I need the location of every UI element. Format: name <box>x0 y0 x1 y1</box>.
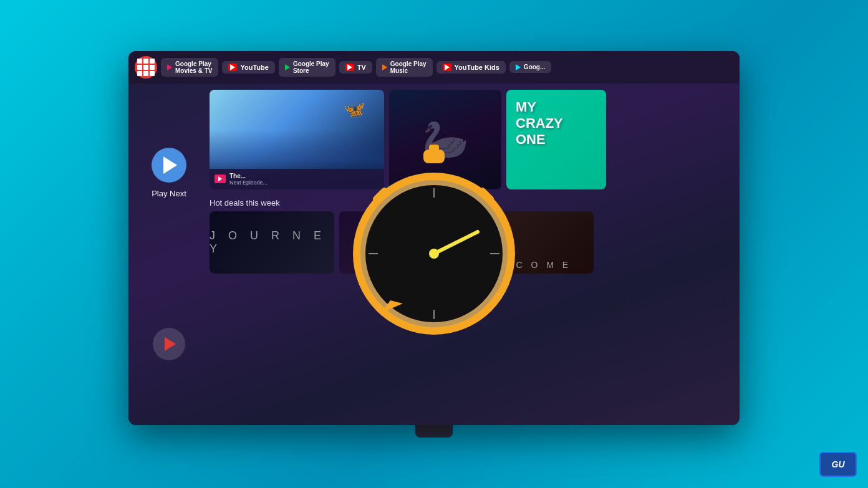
app-chip-youtube[interactable]: YouTube <box>222 61 274 74</box>
play-next-icon <box>163 156 177 174</box>
card-app-icon <box>215 175 226 183</box>
gp-music-label: Google PlayMusic <box>390 60 427 74</box>
gp-movies-icon <box>167 64 172 70</box>
tv-frame: Google PlayMovies & TV YouTube Google Pl… <box>128 51 740 425</box>
card-title: The... <box>229 173 268 179</box>
tv-container: Google PlayMovies & TV YouTube Google Pl… <box>128 51 740 438</box>
watermark-text: GU <box>832 459 845 469</box>
gp-movies-label: Google PlayMovies & TV <box>175 60 212 74</box>
watermark: GU <box>819 452 857 477</box>
play-next-button[interactable]: Play Next <box>152 148 186 198</box>
gp-store-icon <box>285 64 290 70</box>
youtube-kids-icon <box>443 64 451 71</box>
youtube-kids-label: YouTube Kids <box>455 64 499 71</box>
grid-icon <box>137 59 155 76</box>
app-chip-youtube-kids[interactable]: YouTube Kids <box>436 61 506 74</box>
app-chip-youtube-tv[interactable]: TV <box>339 61 372 74</box>
svg-point-12 <box>429 249 439 259</box>
tv-screen: Google PlayMovies & TV YouTube Google Pl… <box>128 51 740 425</box>
youtube-tv-icon <box>345 64 354 71</box>
sidebar: Play Next <box>128 84 210 425</box>
app-chip-gp-store[interactable]: Google PlayStore <box>279 58 335 77</box>
gp-store-label: Google PlayStore <box>293 60 329 74</box>
secondary-play-icon <box>165 337 176 351</box>
journey-card[interactable]: J O U R N E Y <box>210 211 334 274</box>
secondary-play-button[interactable] <box>153 328 185 360</box>
play-next-label: Play Next <box>152 189 186 198</box>
app-bar: Google PlayMovies & TV YouTube Google Pl… <box>128 51 740 84</box>
stopwatch-overlay <box>334 138 534 338</box>
gp-games-icon <box>516 64 521 70</box>
journey-text: J O U R N E Y <box>210 229 334 256</box>
tv-stand <box>415 425 453 438</box>
gp-games-label: Goog... <box>524 64 545 70</box>
card-subtitle: Next Episode... <box>229 179 268 186</box>
stopwatch-svg <box>334 138 534 338</box>
youtube-label: YouTube <box>240 64 268 71</box>
gp-music-icon <box>382 64 387 70</box>
app-chip-gp-games[interactable]: Goog... <box>509 61 551 73</box>
card-info: The... Next Episode... <box>229 173 268 186</box>
grid-menu-button[interactable] <box>135 56 157 79</box>
youtube-tv-label: TV <box>357 64 366 71</box>
butterfly-decoration: 🦋 <box>344 99 365 120</box>
app-chip-gp-music[interactable]: Google PlayMusic <box>376 58 433 77</box>
play-next-circle <box>152 148 186 183</box>
youtube-icon <box>228 64 237 71</box>
app-chip-gp-movies[interactable]: Google PlayMovies & TV <box>161 58 218 77</box>
svg-rect-1 <box>429 145 439 153</box>
